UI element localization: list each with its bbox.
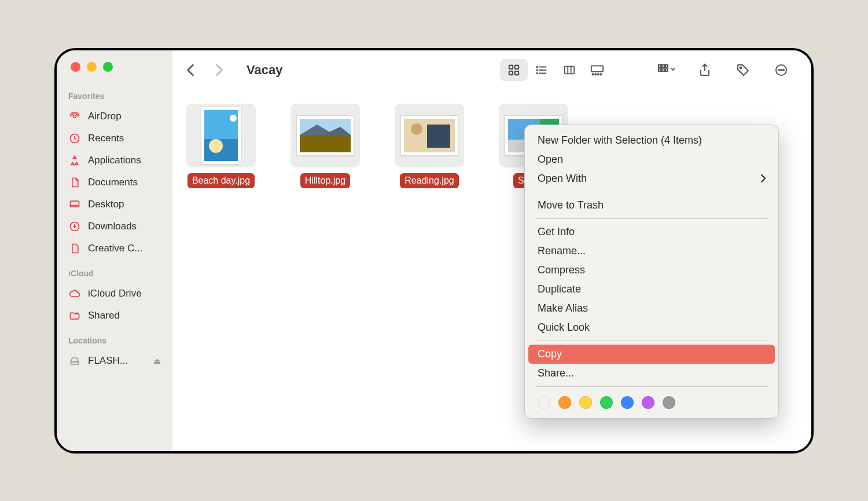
disk-icon [68,354,81,367]
zoom-button[interactable] [103,62,113,72]
menu-divider [535,218,768,219]
svg-point-15 [536,72,538,74]
svg-rect-26 [665,65,668,67]
favorites-header: Favorites [57,89,172,105]
locations-header: Locations [57,334,172,350]
svg-point-34 [783,70,784,71]
sidebar-item-creative-cloud[interactable]: Creative C... [57,237,172,259]
cm-share[interactable]: Share... [528,364,775,383]
cm-compress[interactable]: Compress [528,261,775,280]
menu-divider [535,341,768,341]
cm-duplicate[interactable]: Duplicate [528,280,775,299]
tag-orange[interactable] [558,396,571,409]
sidebar-item-documents[interactable]: Documents [57,171,172,193]
cm-get-info[interactable]: Get Info [528,222,775,242]
sidebar-item-downloads[interactable]: Downloads [57,215,172,237]
tag-gray[interactable] [663,396,675,409]
svg-rect-29 [665,69,668,71]
more-button[interactable] [768,59,794,81]
view-gallery[interactable] [583,59,611,81]
svg-rect-27 [659,69,661,71]
airdrop-icon [68,110,81,123]
tag-red[interactable] [538,396,550,409]
cm-move-to-trash[interactable]: Move to Trash [528,196,775,215]
svg-rect-44 [427,125,450,148]
file-thumbnail [186,104,256,167]
cm-quick-look[interactable]: Quick Look [528,318,775,337]
cm-new-folder-with-selection[interactable]: New Folder with Selection (4 Items) [528,131,775,150]
clock-icon [68,132,81,145]
share-button[interactable] [692,59,718,81]
file-name-label: Beach day.jpg [187,173,255,188]
menu-divider [535,386,768,387]
view-list[interactable] [528,59,556,81]
tag-green[interactable] [600,396,613,409]
sidebar-item-airdrop[interactable]: AirDrop [57,105,172,127]
cm-make-alias[interactable]: Make Alias [528,299,775,318]
tag-color-row [528,390,775,410]
svg-point-23 [600,74,601,75]
file-item[interactable]: Beach day.jpg [186,104,256,188]
sidebar-item-label: Creative C... [88,243,142,254]
cm-open[interactable]: Open [528,150,775,169]
sidebar-item-label: Applications [88,155,141,166]
sidebar-item-label: Downloads [88,221,137,232]
tag-purple[interactable] [642,396,654,409]
download-icon [68,220,81,233]
back-button[interactable] [186,64,203,76]
tag-button[interactable] [730,59,756,81]
svg-point-13 [536,66,538,67]
sidebar-item-applications[interactable]: Applications [57,149,172,171]
svg-rect-19 [591,65,603,71]
svg-point-33 [781,70,782,71]
view-mode-group [500,59,611,81]
sidebar-item-label: iCloud Drive [88,288,142,299]
sidebar-item-recents[interactable]: Recents [57,127,172,149]
applications-icon [68,154,81,167]
svg-point-32 [778,70,779,71]
svg-rect-25 [662,65,664,67]
context-menu: New Folder with Selection (4 Items) Open… [524,125,779,419]
svg-point-22 [598,74,599,75]
svg-rect-9 [515,71,518,74]
file-icon [68,242,81,255]
svg-rect-7 [515,65,518,68]
file-item[interactable]: Reading.jpg [395,104,464,188]
toolbar: Vacay [172,50,811,90]
sidebar-item-desktop[interactable]: Desktop [57,193,172,215]
view-icon-grid[interactable] [500,59,528,81]
svg-rect-28 [662,69,664,71]
svg-point-21 [595,74,596,75]
traffic-lights [57,62,172,72]
eject-icon[interactable]: ⏏ [153,356,161,365]
svg-point-0 [73,115,76,118]
sidebar-item-flash[interactable]: FLASH... ⏏ [57,350,172,372]
svg-rect-24 [659,65,661,67]
view-columns[interactable] [556,59,583,81]
chevron-right-icon [761,174,766,182]
svg-rect-2 [71,201,79,207]
sidebar-item-label: Documents [88,177,138,188]
sidebar-item-icloud-drive[interactable]: iCloud Drive [57,283,172,305]
tag-blue[interactable] [621,396,634,409]
file-name-label: Hilltop.jpg [300,173,350,188]
icloud-header: iCloud [57,266,172,283]
svg-rect-16 [565,66,575,74]
svg-rect-8 [509,71,513,74]
tag-yellow[interactable] [579,396,592,409]
cm-copy[interactable]: Copy [528,345,775,364]
file-thumbnail [395,104,464,167]
cm-rename[interactable]: Rename... [528,242,775,261]
svg-rect-40 [300,135,351,152]
forward-button[interactable] [215,64,231,76]
sidebar-item-label: Shared [88,310,120,321]
close-button[interactable] [71,62,80,72]
group-by-button[interactable] [654,59,679,81]
svg-point-30 [740,67,742,68]
sidebar-item-shared[interactable]: Shared [57,305,172,327]
cm-open-with[interactable]: Open With [528,169,775,188]
file-item[interactable]: Hilltop.jpg [290,104,360,188]
file-thumbnail [290,104,360,167]
file-name-label: Reading.jpg [400,173,458,188]
minimize-button[interactable] [87,62,97,72]
